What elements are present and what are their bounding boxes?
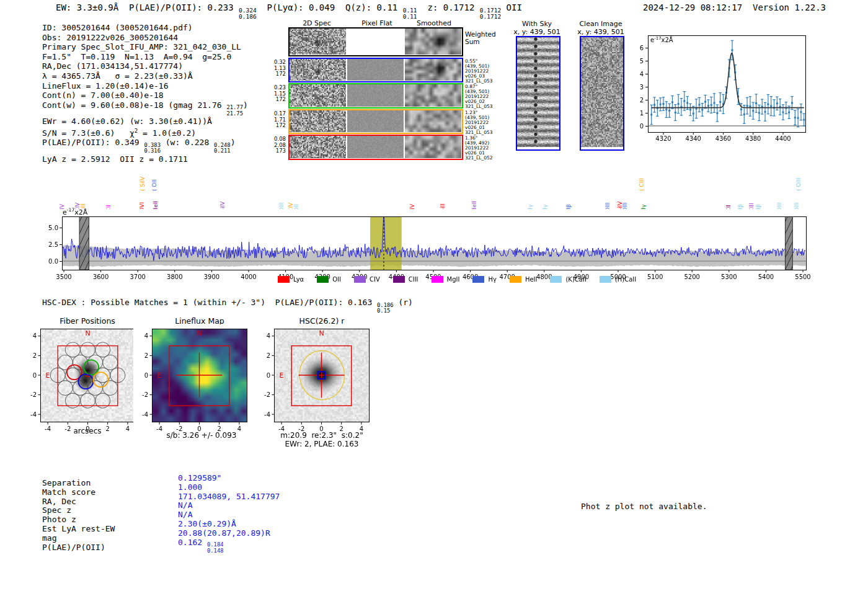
legend-item: Lyα xyxy=(278,276,304,283)
spectrum-unit-label: e-17x2Å xyxy=(63,207,87,216)
strip-right-label: 0.55"(439, 501)20191222v026_03321_LL_053 xyxy=(465,59,493,84)
fitplot-unit-label: e-17x2Å xyxy=(650,36,673,43)
col-header-smoothed: Smoothed xyxy=(417,19,451,27)
line-fit-plot xyxy=(624,28,810,143)
strip-left-label: 0.171.71172 xyxy=(267,111,286,129)
hsc-dex-summary: HSC-DEX : Possible Matches = 1 (within +… xyxy=(42,298,413,314)
match-label: Est LyA rest-EW xyxy=(42,525,115,534)
match-value: 1.000 xyxy=(178,483,280,492)
full-spectrum-plot xyxy=(43,209,815,285)
legend-item: CIV xyxy=(354,276,380,283)
report-date: 2024-12-29 08:12:17 xyxy=(643,2,742,12)
spectral-line-label: ( CIII xyxy=(639,178,645,191)
spectral-line-label: ( OIII xyxy=(795,178,802,191)
spectral-line-label: ( SiIV xyxy=(140,177,146,191)
match-value: N/A xyxy=(178,510,280,520)
legend-item: Hγ xyxy=(472,276,496,283)
match-label: RA, Dec xyxy=(42,497,115,507)
spectrum-legend: LyαOIICIVCIIIMgIIHγHeII(K)CaII(H)CaII xyxy=(278,276,636,283)
info-line: P(LAE)/P(OII): 0.349 0.3830.316 (w: 0.22… xyxy=(42,138,248,154)
info-line: Cont(w) = 9.60(±0.08)e-18 (gmag 21.76 21… xyxy=(42,100,248,117)
withsky-title: With Skyx, y: 439, 501 xyxy=(513,20,560,36)
hsc-caption-2: EWr: 2, PLAE: 0.163 xyxy=(285,440,359,448)
cleanimage-image xyxy=(580,36,624,151)
info-line: RA,Dec (171.034134,51.417774) xyxy=(42,61,248,71)
info-line: EWr = 4.60(±0.62) (w: 3.30(±0.41))Å xyxy=(42,117,248,127)
match-label: mag xyxy=(42,534,115,543)
lineflux-caption: s/b: 3.26 +/- 0.093 xyxy=(167,431,237,440)
info-line: LineFlux = 1.20(±0.14)e-16 xyxy=(42,81,248,91)
legend-swatch xyxy=(432,276,443,283)
spec2d-strip xyxy=(288,109,463,134)
info-line: LyA z = 2.5912 OII z = 0.1711 xyxy=(42,154,248,164)
legend-item: MgII xyxy=(432,276,460,283)
info-line: ID: 3005201644 (3005201644.pdf) xyxy=(42,23,248,33)
match-value: 20.88(20.87,20.89)R xyxy=(178,529,280,538)
legend-swatch xyxy=(393,276,405,283)
strip-left-label: 0.082.08173 xyxy=(267,136,286,154)
legend-item: CIII xyxy=(393,276,418,283)
match-value: 0.162 0.1840.148 xyxy=(178,538,280,554)
legend-item: (K)CaII xyxy=(550,276,586,283)
legend-swatch xyxy=(354,276,366,283)
cleanimage-title: Clean Imagex, y: 439, 501 xyxy=(577,20,624,36)
match-value: 2.30(±0.29)Å xyxy=(178,520,280,529)
match-label: Spec z xyxy=(42,506,115,515)
strip-left-label: 0.321.13172 xyxy=(267,60,286,78)
info-line: Cont(n) = 7.00(±0.40)e-18 xyxy=(42,91,248,100)
spec2d-strip xyxy=(288,83,463,109)
header-stats: EW: 3.3±0.9Å P(LAE)/P(OII): 0.233 0.3240… xyxy=(56,2,522,20)
strip-left-label: 0.231.15172 xyxy=(267,85,286,103)
legend-swatch xyxy=(550,276,562,283)
match-label: Match score xyxy=(42,488,115,497)
photz-note: Phot z plot not available. xyxy=(581,502,707,511)
spec2d-strip xyxy=(288,27,463,56)
match-table-values: 0.129589"1.000171.034089, 51.417797N/AN/… xyxy=(178,474,280,554)
match-label: Photo z xyxy=(42,515,115,525)
lineflux-map-plot xyxy=(133,324,254,439)
spec2d-strip xyxy=(288,135,463,160)
legend-item: (H)CaII xyxy=(600,276,636,283)
strip-right-label: 1.36"(439, 492)20191222v026_01321_LL_052 xyxy=(465,136,493,161)
info-line: Primary Spec_Slot_IFU_AMP: 321_042_030_L… xyxy=(42,42,248,52)
fiber-positions-plot xyxy=(22,324,143,439)
match-value: N/A xyxy=(178,501,280,510)
withsky-image xyxy=(516,36,560,151)
match-value: 0.129589" xyxy=(178,474,280,483)
legend-item: OII xyxy=(317,276,341,283)
legend-swatch xyxy=(278,276,290,283)
match-label: P(LAE)/P(OII) xyxy=(42,543,115,553)
legend-item: HeII xyxy=(510,276,538,283)
header-timestamp: 2024-12-29 08:12:17 Version 1.22.3 xyxy=(643,2,826,12)
match-table-labels: SeparationMatch scoreRA, DecSpec zPhoto … xyxy=(42,479,115,552)
hsc-caption-1: m:20.9 re:2.3" s:0.2" xyxy=(280,431,363,440)
info-line: Obs: 20191222v026_3005201644 xyxy=(42,33,248,43)
info-line: S/N = 7.3(±0.6) χ2 = 1.0(±0.2) xyxy=(42,127,248,138)
col-header-pixelflat: Pixel Flat xyxy=(361,19,392,27)
legend-swatch xyxy=(600,276,611,283)
fiber-xlabel: arcsecs xyxy=(73,427,101,435)
legend-swatch xyxy=(472,276,484,283)
match-value: 171.034089, 51.417797 xyxy=(178,492,280,502)
col-header-2dspec: 2D Spec xyxy=(303,19,331,27)
elixer-report-page: EW: 3.3±0.9Å P(LAE)/P(OII): 0.233 0.3240… xyxy=(0,0,868,591)
spectral-line-label: ( OII xyxy=(151,179,157,191)
detection-info-block: ID: 3005201644 (3005201644.pdf)Obs: 2019… xyxy=(42,23,248,164)
info-line: λ = 4365.73Å σ = 2.23(±0.33)Å xyxy=(42,71,248,81)
strip-right-label: WeightedSum xyxy=(465,31,496,45)
info-line: F=1.5" T=0.119 N=1.13 A=0.94 g=25.0 xyxy=(42,52,248,62)
match-label: Separation xyxy=(42,479,115,488)
legend-swatch xyxy=(317,276,329,283)
strip-right-label: 1.23"(439, 501)20191222v026_01321_LL_053 xyxy=(465,110,493,135)
hsc-cutout-plot xyxy=(255,324,376,439)
strip-right-label: 0.87"(439, 501)20191222v026_02321_LL_053 xyxy=(465,84,493,109)
spec2d-strip xyxy=(288,58,463,82)
version-label: Version 1.22.3 xyxy=(753,2,826,12)
legend-swatch xyxy=(510,276,521,283)
